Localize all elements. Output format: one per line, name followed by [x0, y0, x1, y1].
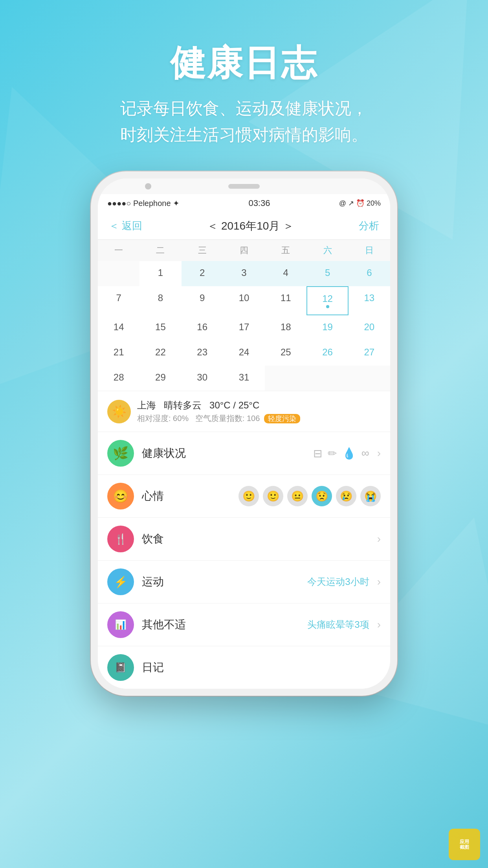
weather-sun-icon: ☀️	[112, 405, 127, 418]
status-time: 03:36	[248, 198, 270, 208]
health-status-icon: 🌿	[107, 440, 134, 467]
nav-title-text: ＜ 2016年10月 ＞	[207, 219, 294, 234]
pollution-badge: 轻度污染	[264, 414, 300, 423]
cal-cell-30[interactable]: 30	[182, 366, 223, 391]
diet-row[interactable]: 🍴 饮食 ›	[98, 517, 390, 560]
cal-cell-14[interactable]: 14	[98, 315, 139, 340]
cal-cell-20[interactable]: 20	[349, 315, 390, 340]
health-icon-scale: ⊟	[313, 447, 322, 460]
cal-cell-1[interactable]: 1	[139, 261, 181, 286]
cal-cell-7[interactable]: 7	[98, 286, 139, 315]
cal-cell-13[interactable]: 13	[349, 286, 390, 315]
cal-cell-28[interactable]: 28	[98, 366, 139, 391]
mood-face-6[interactable]: 😭	[360, 486, 381, 506]
nav-title: ＜ 2016年10月 ＞	[207, 219, 294, 234]
cal-cell-empty3	[306, 366, 348, 391]
health-status-icons: ⊟ ✏ 💧 ∞	[313, 447, 369, 460]
cal-cell-9[interactable]: 9	[182, 286, 223, 315]
cal-cell-15[interactable]: 15	[139, 315, 181, 340]
calendar-grid[interactable]: 1 2 3 4 5 6 7 8 9 10 11 12 13 14 15	[98, 261, 390, 391]
analyze-button[interactable]: 分析	[359, 219, 379, 233]
phone-screen: ●●●●○ Pelephone ✦ 03:36 @ ↗ ⏰ 20% ＜ 返回 ＜…	[98, 178, 390, 689]
cal-cell-22[interactable]: 22	[139, 340, 181, 366]
exercise-icon: ⚡	[107, 568, 134, 595]
discomfort-row[interactable]: 📊 其他不适 头痛眩晕等3项 ›	[98, 603, 390, 646]
cal-cell-4[interactable]: 4	[265, 261, 306, 286]
mood-label: 心情	[142, 489, 231, 504]
mood-face-5[interactable]: 😢	[336, 486, 356, 506]
health-icon-link: ∞	[361, 447, 369, 460]
nav-bar: ＜ 返回 ＜ 2016年10月 ＞ 分析	[98, 212, 390, 240]
mood-face-1[interactable]: 🙂	[238, 486, 259, 506]
day-header-tue: 二	[139, 240, 181, 261]
cal-cell-12[interactable]: 12	[306, 286, 348, 315]
mood-faces[interactable]: 🙂 🙂 😐 😟 😢 😭	[238, 486, 381, 506]
day-header-sat: 六	[306, 240, 348, 261]
discomfort-value: 头痛眩晕等3项	[307, 618, 369, 631]
health-icon-edit: ✏	[328, 447, 337, 460]
health-icon-drop: 💧	[342, 447, 356, 460]
cal-cell-10[interactable]: 10	[223, 286, 265, 315]
cal-cell-21[interactable]: 21	[98, 340, 139, 366]
diary-icon: 📓	[107, 654, 134, 681]
mood-face-3[interactable]: 😐	[287, 486, 308, 506]
mood-face-2[interactable]: 🙂	[263, 486, 283, 506]
cal-cell-23[interactable]: 23	[182, 340, 223, 366]
weather-icon: ☀️	[107, 400, 131, 423]
weather-condition: 晴转多云	[164, 400, 202, 410]
cal-cell-17[interactable]: 17	[223, 315, 265, 340]
cal-cell-11[interactable]: 11	[265, 286, 306, 315]
day-header-thu: 四	[223, 240, 265, 261]
weather-city: 上海	[137, 400, 156, 410]
diet-chevron-icon: ›	[377, 533, 381, 545]
phone-container: ●●●●○ Pelephone ✦ 03:36 @ ↗ ⏰ 20% ＜ 返回 ＜…	[0, 171, 488, 696]
cal-cell-2[interactable]: 2	[182, 261, 223, 286]
cal-cell-25[interactable]: 25	[265, 340, 306, 366]
mood-icon: 😊	[107, 483, 134, 509]
mood-face-4[interactable]: 😟	[312, 486, 332, 506]
health-chevron-icon: ›	[377, 447, 381, 460]
diary-row[interactable]: 📓 日记	[98, 646, 390, 689]
cal-cell-31[interactable]: 31	[223, 366, 265, 391]
calendar-header: 一 二 三 四 五 六 日	[98, 240, 390, 261]
discomfort-label: 其他不适	[142, 617, 299, 632]
carrier-info: ●●●●○ Pelephone ✦	[107, 199, 180, 208]
app-title: 健康日志	[0, 39, 488, 87]
cal-cell-19[interactable]: 19	[306, 315, 348, 340]
status-bar: ●●●●○ Pelephone ✦ 03:36 @ ↗ ⏰ 20%	[98, 194, 390, 212]
cal-cell-8[interactable]: 8	[139, 286, 181, 315]
phone-top-bar	[98, 178, 390, 194]
exercise-value: 今天运动3小时	[307, 576, 369, 588]
health-status-label: 健康状况	[142, 446, 305, 461]
status-right-info: @ ↗ ⏰ 20%	[339, 199, 381, 208]
day-header-mon: 一	[98, 240, 139, 261]
weather-info: 上海 晴转多云 30°C / 25°C 相对湿度: 60% 空气质量指数: 10…	[137, 399, 381, 424]
cal-cell-5[interactable]: 5	[306, 261, 348, 286]
weather-temp: 30°C / 25°C	[209, 400, 259, 410]
day-header-sun: 日	[349, 240, 390, 261]
cal-cell-3[interactable]: 3	[223, 261, 265, 286]
cal-cell-27[interactable]: 27	[349, 340, 390, 366]
back-button[interactable]: ＜ 返回	[109, 219, 142, 233]
mood-row[interactable]: 😊 心情 🙂 🙂 😐 😟 😢 😭	[98, 474, 390, 517]
cal-cell-empty4	[349, 366, 390, 391]
exercise-row[interactable]: ⚡ 运动 今天运动3小时 ›	[98, 560, 390, 603]
app-subtitle: 记录每日饮食、运动及健康状况， 时刻关注生活习惯对病情的影响。	[0, 95, 488, 148]
phone-camera	[145, 183, 151, 189]
phone-speaker	[228, 184, 260, 189]
weather-row: ☀️ 上海 晴转多云 30°C / 25°C 相对湿度: 60% 空气质量指数:…	[98, 391, 390, 432]
health-status-row[interactable]: 🌿 健康状况 ⊟ ✏ 💧 ∞ ›	[98, 432, 390, 474]
exercise-label: 运动	[142, 574, 299, 589]
diet-label: 饮食	[142, 531, 369, 546]
cal-cell-16[interactable]: 16	[182, 315, 223, 340]
cal-cell-24[interactable]: 24	[223, 340, 265, 366]
header-section: 健康日志 记录每日饮食、运动及健康状况， 时刻关注生活习惯对病情的影响。	[0, 0, 488, 148]
cal-cell-26[interactable]: 26	[306, 340, 348, 366]
cal-cell-6[interactable]: 6	[349, 261, 390, 286]
cal-cell-18[interactable]: 18	[265, 315, 306, 340]
phone-mockup: ●●●●○ Pelephone ✦ 03:36 @ ↗ ⏰ 20% ＜ 返回 ＜…	[91, 171, 397, 696]
weather-sub: 相对湿度: 60% 空气质量指数: 106 轻度污染	[137, 413, 381, 424]
weather-main: 上海 晴转多云 30°C / 25°C	[137, 399, 381, 412]
discomfort-icon: 📊	[107, 611, 134, 638]
cal-cell-29[interactable]: 29	[139, 366, 181, 391]
